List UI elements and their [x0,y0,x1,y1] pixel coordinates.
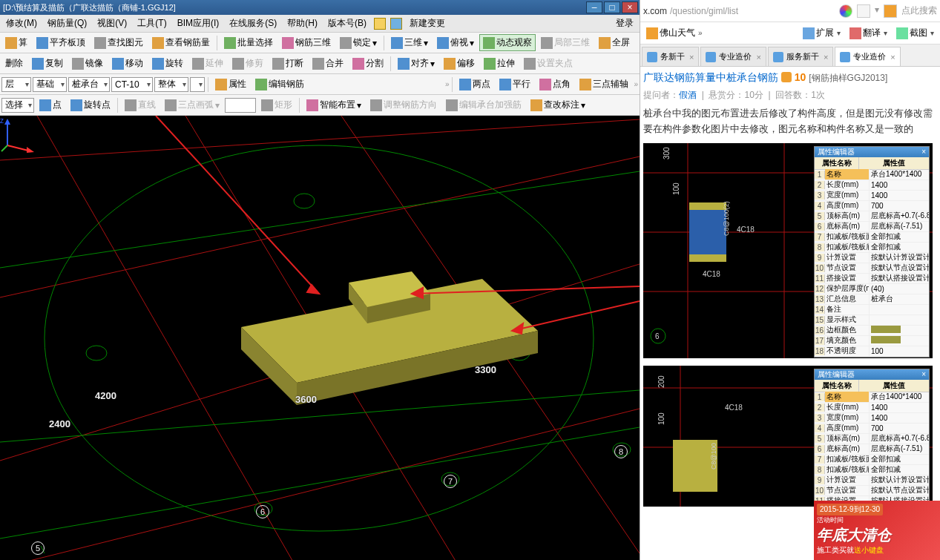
question-category[interactable]: [钢筋抽样GGJ2013] [809,73,887,83]
minimize-button[interactable]: – [586,1,602,13]
sel-category[interactable]: 基础 [33,77,67,92]
url-path[interactable]: /question/giml/list [670,6,738,16]
tb-3d[interactable]: 三维▾ [387,34,432,51]
tab-2[interactable]: 服务新干× [768,47,833,66]
maximize-button[interactable]: □ [604,1,620,13]
search-placeholder[interactable]: 点此搜索 [901,4,937,18]
menu-online[interactable]: 在线服务(S) [226,16,280,31]
tab-close-icon[interactable]: × [756,53,760,62]
tb-edit-cap-rebar[interactable]: 编辑承台加强筋 [442,96,525,113]
tb-threeaux[interactable]: 三点辅轴 [576,76,632,93]
answer-image-1[interactable]: 300 100 C8@100(2) 4C18 4C18 1212 1800 6 … [643,143,933,358]
tab-close-icon[interactable]: × [689,53,694,62]
prop-row[interactable]: 8扣减板/筏板底筋全部扣减 [815,243,929,253]
addr-icon-a[interactable] [839,4,852,18]
tb-grip[interactable]: 设置夹点 [520,55,576,72]
tb-trim[interactable]: 修剪 [229,55,267,72]
tb-point[interactable]: 点 [36,96,65,113]
close-button[interactable]: × [622,1,638,13]
tb-line[interactable]: 直线 [121,96,160,113]
tb-align[interactable]: 对齐▾ [394,55,438,72]
tb-rotpt[interactable]: 旋转点 [67,96,114,113]
tb-find-elem[interactable]: 查找图元 [91,34,147,51]
tb-edit-rebar[interactable]: 编辑钢筋 [252,76,308,93]
prop-row[interactable]: 4高度(mm)700 [815,201,929,211]
menu-tools[interactable]: 工具(T) [134,16,169,31]
tb-adjust-dir[interactable]: 调整钢筋方向 [367,96,441,113]
app-icon-a[interactable] [374,18,386,30]
menu-rebar[interactable]: 钢筋量(Q) [45,16,90,31]
prop-row[interactable]: 9计算设置按默认计算设置计算 [815,475,929,486]
tb-props[interactable]: 属性 [211,76,250,93]
tb-check-label[interactable]: 查改标注▾ [527,96,589,113]
bt-weather[interactable]: 佛山天气» [643,25,706,41]
prop-row[interactable]: 10节点设置按默认节点设置计算 [815,263,929,274]
prop-row[interactable]: 2长度(mm)1400 [815,180,929,191]
tb-twopt[interactable]: 两点 [456,76,494,93]
prop-row[interactable]: 15显示样式 [815,315,929,326]
tb-stretch[interactable]: 拉伸 [480,55,519,72]
sel-extra[interactable] [190,77,205,92]
menu-modify[interactable]: 修改(M) [3,16,40,31]
tb-delete[interactable]: 删除 [1,55,27,72]
prop-row[interactable]: 17填充颜色 [815,336,929,346]
sel-floor[interactable]: 层 [1,77,31,92]
sel-component[interactable]: CT-10 [111,77,153,92]
url-domain[interactable]: x.com [643,6,667,16]
model-canvas[interactable]: 2400 4200 3600 3300 5 6 7 8 z [0,116,640,560]
prop-row[interactable]: 8扣减板/筏板底筋全部扣减 [815,465,929,475]
prop-row[interactable]: 13汇总信息桩承台 [815,294,929,305]
tab-close-icon[interactable]: × [890,53,895,62]
tb-extend[interactable]: 延伸 [188,55,227,72]
sel-pick[interactable]: 选择 [1,98,34,113]
menu-version[interactable]: 版本号(B) [325,16,369,31]
tab-3[interactable]: 专业造价× [835,47,900,66]
tb-top-view[interactable]: 俯视▾ [433,34,478,51]
tb-rotate[interactable]: 旋转 [148,55,187,72]
tb-lock[interactable]: 锁定▾ [336,34,381,51]
prop-row[interactable]: 7扣减板/筏板面筋全部扣减 [815,455,929,465]
tb-copy[interactable]: 复制 [28,55,67,72]
prop-row[interactable]: 4高度(mm)700 [815,424,929,434]
menu-help[interactable]: 帮助(H) [284,16,321,31]
propwin-close-icon[interactable]: × [921,370,926,378]
tb-calc[interactable]: 算 [1,34,31,51]
tb-partial-3d[interactable]: 局部三维 [537,34,594,51]
tb-split[interactable]: 分割 [349,55,387,72]
tb-merge[interactable]: 合并 [309,55,347,72]
bt-ext[interactable]: 扩展▾ [800,25,844,41]
tb-batch-select[interactable]: 批量选择 [220,34,277,51]
prop-row[interactable]: 14备注 [815,305,929,315]
tb-orbit[interactable]: 动态观察 [479,34,536,51]
prop-row[interactable]: 10节点设置按默认节点设置计算 [815,486,929,496]
tb-break[interactable]: 打断 [269,55,307,72]
tab-1[interactable]: 专业造价× [700,47,766,66]
asker-link[interactable]: 假酒 [679,90,697,100]
bt-screenshot[interactable]: 截图▾ [893,25,937,41]
prop-row[interactable]: 5顶标高(m)层底标高+0.7(-6.81) [815,211,929,222]
app-icon-b[interactable] [390,18,402,30]
prop-row[interactable]: 9计算设置按默认计算设置计算 [815,253,929,263]
tb-offset[interactable]: 偏移 [440,55,479,72]
arc-input[interactable] [225,98,256,113]
addr-icon-c[interactable] [884,4,897,18]
menu-bim[interactable]: BIM应用(I) [174,16,223,31]
sel-type[interactable]: 桩承台 [68,77,110,92]
prop-row[interactable]: 16边框颜色 [815,326,929,336]
prop-row[interactable]: 3宽度(mm)1400 [815,191,929,201]
menu-view[interactable]: 视图(V) [94,16,130,31]
answer-image-2[interactable]: 200 100 C8@100 4C18 属性编辑器× 属性名称属性值 1名称承台… [643,366,933,507]
tb-fullscreen[interactable]: 全屏 [595,34,634,51]
prop-row[interactable]: 1名称承台1400*1400 [815,392,929,403]
prop-row[interactable]: 3宽度(mm)1400 [815,413,929,424]
prop-row[interactable]: 6底标高(m)层底标高(-7.51) [815,222,929,232]
tb-arc3[interactable]: 三点画弧▾ [161,96,223,113]
tb-mirror[interactable]: 镜像 [68,55,107,72]
tab-close-icon[interactable]: × [824,53,828,62]
menu-new-change[interactable]: 新建变更 [407,16,448,31]
tb-view-rebar[interactable]: 查看钢筋量 [148,34,214,51]
question-title[interactable]: 广联达钢筋算量中桩承台钢筋 [643,71,778,83]
tb-flat-top[interactable]: 平齐板顶 [33,34,89,51]
tb-smart[interactable]: 智能布置▾ [303,96,365,113]
promo-banner[interactable]: 2015-12-9到12-30 活动时间 年底大清仓 施工类买就送小键盘 [814,501,940,560]
